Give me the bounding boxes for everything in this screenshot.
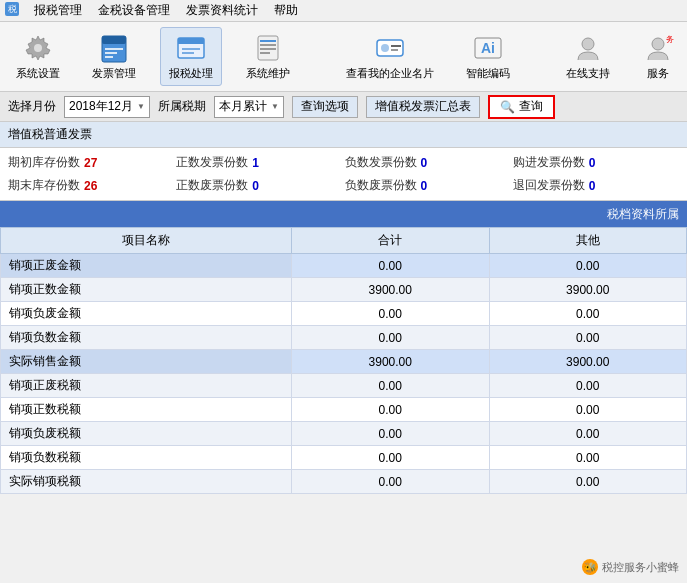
- svg-rect-7: [105, 52, 117, 54]
- stat-pos-void-count: 正数废票份数 0: [176, 175, 342, 196]
- month-value: 2018年12月: [69, 98, 133, 115]
- stat-neg-void-count-label: 负数废票份数: [345, 177, 417, 194]
- stat-return-count: 退回发票份数 0: [513, 175, 679, 196]
- cell-other: 3900.00: [489, 278, 687, 302]
- invoice-mgmt-label: 发票管理: [92, 66, 136, 81]
- stat-positive-count: 正数发票份数 1: [176, 152, 342, 173]
- stat-positive-count-label: 正数发票份数: [176, 154, 248, 171]
- smart-code-button[interactable]: Ai 智能编码: [458, 28, 518, 85]
- system-settings-button[interactable]: 系统设置: [8, 28, 68, 85]
- col-header-name: 项目名称: [1, 228, 292, 254]
- cell-name: 销项正数金额: [1, 278, 292, 302]
- smart-code-label: 智能编码: [466, 66, 510, 81]
- menu-bar: 税 报税管理 金税设备管理 发票资料统计 帮助: [0, 0, 687, 22]
- my-card-button[interactable]: 查看我的企业名片: [338, 28, 442, 85]
- query-btn-label: 查询: [519, 98, 543, 115]
- watermark-text: 税控服务小蜜蜂: [602, 560, 679, 575]
- period-dropdown[interactable]: 本月累计 ▼: [214, 96, 284, 118]
- data-table: 项目名称 合计 其他 销项正废金额0.000.00销项正数金额3900.0039…: [0, 227, 687, 494]
- table-row: 销项负数金额0.000.00: [1, 326, 687, 350]
- period-dropdown-arrow: ▼: [271, 102, 279, 111]
- support-icon: [572, 32, 604, 64]
- table-row: 销项负废税额0.000.00: [1, 422, 687, 446]
- svg-text:务: 务: [666, 35, 674, 44]
- svg-rect-6: [105, 48, 123, 50]
- menu-item-invoice-stat[interactable]: 发票资料统计: [178, 0, 266, 21]
- table-row: 销项负数税额0.000.00: [1, 446, 687, 470]
- service-label: 服务: [647, 66, 669, 81]
- cell-total: 0.00: [292, 470, 489, 494]
- svg-rect-5: [102, 36, 126, 44]
- query-options-label: 查询选项: [301, 98, 349, 115]
- service-button[interactable]: 务 服务: [634, 28, 682, 85]
- stat-purchase-count: 购进发票份数 0: [513, 152, 679, 173]
- vat-summary-label: 增值税发票汇总表: [375, 98, 471, 115]
- menu-item-device-mgmt[interactable]: 金税设备管理: [90, 0, 178, 21]
- cell-name: 销项正废金额: [1, 254, 292, 278]
- cell-total: 3900.00: [292, 278, 489, 302]
- cell-name: 实际销项税额: [1, 470, 292, 494]
- cell-other: 0.00: [489, 254, 687, 278]
- table-row: 销项负废金额0.000.00: [1, 302, 687, 326]
- system-settings-label: 系统设置: [16, 66, 60, 81]
- stat-initial-count: 期初库存份数 27: [8, 152, 174, 173]
- menu-icon-tax: 税: [4, 1, 20, 20]
- svg-rect-17: [260, 52, 270, 54]
- month-dropdown-arrow: ▼: [137, 102, 145, 111]
- cell-total: 0.00: [292, 326, 489, 350]
- stat-return-count-label: 退回发票份数: [513, 177, 585, 194]
- cell-total: 0.00: [292, 446, 489, 470]
- stat-final-count: 期末库存份数 26: [8, 175, 174, 196]
- watermark: 🐝 税控服务小蜜蜂: [582, 559, 679, 575]
- cell-name: 销项负数金额: [1, 326, 292, 350]
- svg-rect-8: [105, 56, 113, 58]
- blue-header: 税档资料所属: [0, 201, 687, 227]
- svg-point-24: [582, 38, 594, 50]
- svg-rect-14: [260, 40, 276, 42]
- cell-other: 0.00: [489, 470, 687, 494]
- stat-purchase-count-value: 0: [589, 156, 596, 170]
- tax-process-icon: [175, 32, 207, 64]
- svg-rect-15: [260, 44, 276, 46]
- sys-maintain-label: 系统维护: [246, 66, 290, 81]
- cell-total: 0.00: [292, 398, 489, 422]
- period-label: 所属税期: [158, 98, 206, 115]
- table-row: 实际销售金额3900.003900.00: [1, 350, 687, 374]
- search-icon: 🔍: [500, 100, 515, 114]
- bee-icon: 🐝: [582, 559, 598, 575]
- cell-total: 3900.00: [292, 350, 489, 374]
- svg-rect-11: [182, 48, 200, 50]
- month-dropdown[interactable]: 2018年12月 ▼: [64, 96, 150, 118]
- stat-initial-count-label: 期初库存份数: [8, 154, 80, 171]
- query-button[interactable]: 🔍 查询: [488, 95, 555, 119]
- tax-process-label: 报税处理: [169, 66, 213, 81]
- blue-header-text: 税档资料所属: [607, 206, 679, 223]
- svg-rect-12: [182, 52, 194, 54]
- month-label: 选择月份: [8, 98, 56, 115]
- sys-maintain-button[interactable]: 系统维护: [238, 28, 298, 85]
- cell-other: 0.00: [489, 374, 687, 398]
- stat-neg-void-count-value: 0: [421, 179, 428, 193]
- menu-item-tax-mgmt[interactable]: 报税管理: [26, 0, 90, 21]
- table-row: 销项正数税额0.000.00: [1, 398, 687, 422]
- stat-negative-count-label: 负数发票份数: [345, 154, 417, 171]
- online-support-button[interactable]: 在线支持: [558, 28, 618, 85]
- section-title: 增值税普通发票: [0, 122, 687, 148]
- col-header-other: 其他: [489, 228, 687, 254]
- cell-name: 销项负废税额: [1, 422, 292, 446]
- cell-other: 0.00: [489, 398, 687, 422]
- cell-name: 销项负数税额: [1, 446, 292, 470]
- sys-maintain-icon: [252, 32, 284, 64]
- tax-process-button[interactable]: 报税处理: [160, 27, 222, 86]
- vat-summary-button[interactable]: 增值税发票汇总表: [366, 96, 480, 118]
- stat-neg-void-count: 负数废票份数 0: [345, 175, 511, 196]
- service-icon: 务: [642, 32, 674, 64]
- menu-item-help[interactable]: 帮助: [266, 0, 306, 21]
- cell-other: 0.00: [489, 446, 687, 470]
- invoice-mgmt-button[interactable]: 发票管理: [84, 28, 144, 85]
- query-options-button[interactable]: 查询选项: [292, 96, 358, 118]
- svg-point-25: [652, 38, 664, 50]
- svg-rect-10: [178, 38, 204, 44]
- cell-other: 3900.00: [489, 350, 687, 374]
- cell-total: 0.00: [292, 422, 489, 446]
